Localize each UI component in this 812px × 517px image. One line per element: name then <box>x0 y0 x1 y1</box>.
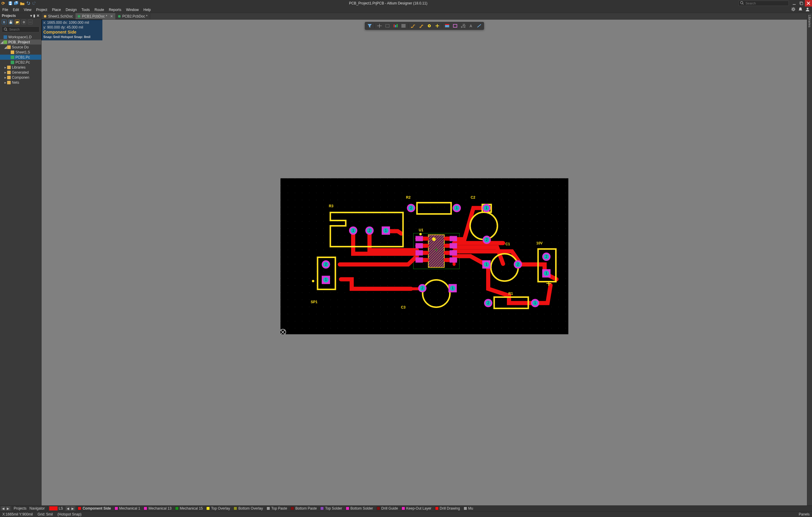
projects-search-input[interactable] <box>9 28 36 31</box>
pad[interactable]: 1 <box>482 204 491 212</box>
menu-tools[interactable]: Tools <box>79 6 92 13</box>
menu-file[interactable]: File <box>0 6 10 13</box>
menu-view[interactable]: View <box>21 6 34 13</box>
global-search-input[interactable] <box>746 1 781 5</box>
pad[interactable]: 2 <box>365 226 374 235</box>
more-icon[interactable]: ⋯ <box>28 20 33 24</box>
folder-node[interactable]: ▸Componen <box>0 75 41 80</box>
layer-set-label[interactable]: LS <box>59 506 63 511</box>
bottom-tab-projects[interactable]: Projects <box>13 506 26 511</box>
layer-tab[interactable]: Mechanical 13 <box>142 506 173 511</box>
pad[interactable]: 1 <box>542 269 551 278</box>
pad[interactable]: 2 <box>484 299 492 307</box>
save-all-button[interactable] <box>13 1 19 6</box>
selection-rect-icon[interactable] <box>383 23 391 29</box>
menu-design[interactable]: Design <box>63 6 79 13</box>
projects-panel-header[interactable]: Projects ▾ ▮ ✕ <box>0 13 41 19</box>
layer-scroll-left[interactable]: ◀ <box>1 506 5 511</box>
snap-center-icon[interactable] <box>375 23 383 29</box>
tab-close-icon[interactable]: ✕ <box>110 14 113 19</box>
layer-tab[interactable]: Drill Guide <box>375 506 400 511</box>
menu-window[interactable]: Window <box>124 6 141 13</box>
compile-icon[interactable]: ⚙ <box>21 20 26 24</box>
menu-place[interactable]: Place <box>50 6 63 13</box>
layer-tab[interactable]: Component Side <box>76 506 113 511</box>
menu-help[interactable]: Help <box>141 6 153 13</box>
panel-menu-icon[interactable]: ▾ <box>30 13 32 18</box>
dimension-icon[interactable]: 10 <box>459 23 467 29</box>
line-icon[interactable] <box>475 23 483 29</box>
panels-button[interactable]: Panels <box>799 512 810 516</box>
minimize-button[interactable] <box>791 0 798 6</box>
save-project-icon[interactable]: 💾 <box>8 20 13 24</box>
user-icon[interactable] <box>806 7 810 12</box>
panel-close-icon[interactable]: ✕ <box>36 13 39 18</box>
layer-tab[interactable]: Mechanical 1 <box>113 506 142 511</box>
filter-icon[interactable] <box>366 23 373 29</box>
pad[interactable]: 2 <box>418 284 427 293</box>
pad[interactable]: 2 <box>483 236 491 244</box>
save-button[interactable] <box>8 1 13 6</box>
pad[interactable]: 1 <box>531 299 539 307</box>
pad[interactable]: 2 <box>322 261 330 269</box>
layer-tab[interactable]: Bottom Solder <box>344 506 375 511</box>
layer-next[interactable]: ▶ <box>70 506 75 511</box>
folder-node[interactable]: ▸Libraries <box>0 65 41 70</box>
redo-button[interactable] <box>31 1 37 6</box>
pad[interactable]: 1 <box>482 261 491 269</box>
panel-pin-icon[interactable]: ▮ <box>33 13 35 18</box>
doc-tab[interactable]: Sheet1.SchDoc <box>41 13 76 19</box>
layer-tab[interactable]: Keep-Out Layer <box>400 506 433 511</box>
menu-reports[interactable]: Reports <box>107 6 124 13</box>
pad[interactable]: 2 <box>514 261 522 269</box>
workspace-node[interactable]: Workspace1.D <box>0 34 41 39</box>
bottom-tab-navigator[interactable]: Navigator <box>29 506 45 511</box>
poly-manager-icon[interactable] <box>443 23 451 29</box>
pad[interactable]: 2 <box>407 204 415 212</box>
via-icon[interactable] <box>425 23 433 29</box>
folder-node[interactable]: ▸Generated <box>0 70 41 75</box>
projects-search[interactable] <box>2 26 39 32</box>
pcb-canvas[interactable]: x: 1665.000 dx: 1090.000 mil y: 900.000 … <box>41 20 807 506</box>
settings-icon[interactable] <box>791 7 795 12</box>
pad[interactable]: 2 <box>542 253 551 261</box>
layer-tab[interactable]: Bottom Overlay <box>232 506 265 511</box>
layer-tab[interactable]: Mechanical 15 <box>173 506 204 511</box>
file-node-pcb2[interactable]: PCB2.Pc <box>0 60 41 65</box>
notifications-icon[interactable] <box>799 7 803 12</box>
layer-tab[interactable]: Top Paste <box>265 506 289 511</box>
layer-tab[interactable]: Top Overlay <box>204 506 232 511</box>
layer-scroll-right[interactable]: ▶ <box>6 506 10 511</box>
pad[interactable]: 1 <box>349 226 357 235</box>
open-project-icon[interactable]: 📁 <box>15 20 20 24</box>
layer-tab[interactable]: Bottom Paste <box>289 506 318 511</box>
file-node-sch[interactable]: Sheet1.S <box>0 50 41 55</box>
open-button[interactable] <box>20 1 25 6</box>
layer-set-swatch[interactable] <box>49 506 58 511</box>
pad[interactable]: 1 <box>448 284 457 293</box>
grid-3d-icon[interactable] <box>400 23 407 29</box>
folder-node[interactable]: ▸Nets <box>0 80 41 85</box>
route-track-icon[interactable] <box>409 23 417 29</box>
pad[interactable]: 1 <box>382 226 390 235</box>
menu-project[interactable]: Project <box>34 6 50 13</box>
pcb-board[interactable]: 21121211221212121 R3 R2 C2 U1 C1 10V C3 … <box>281 179 568 334</box>
file-node-pcb1[interactable]: PCB1.Pc <box>0 55 41 60</box>
region-icon[interactable] <box>451 23 459 29</box>
layer-prev[interactable]: ◀ <box>66 506 70 511</box>
global-search[interactable] <box>738 1 789 6</box>
new-doc-icon[interactable]: 🗎 <box>2 20 6 24</box>
text-icon[interactable]: A <box>467 23 475 29</box>
pad[interactable]: 1 <box>453 204 461 212</box>
project-node[interactable]: ◢PCB_Project <box>0 39 41 45</box>
maximize-button[interactable] <box>798 0 805 6</box>
layer-tab[interactable]: Top Solder <box>318 506 344 511</box>
undo-button[interactable] <box>26 1 31 6</box>
pad-icon[interactable] <box>433 23 441 29</box>
menu-route[interactable]: Route <box>92 6 107 13</box>
doc-tab[interactable]: PCB1.PcbDoc *✕ <box>76 13 116 19</box>
align-icon[interactable] <box>392 23 399 29</box>
layer-tab[interactable]: Mu <box>462 506 475 511</box>
menu-edit[interactable]: Edit <box>10 6 21 13</box>
projects-tree[interactable]: Workspace1.D ◢PCB_Project ◢Source Do She… <box>0 33 41 506</box>
